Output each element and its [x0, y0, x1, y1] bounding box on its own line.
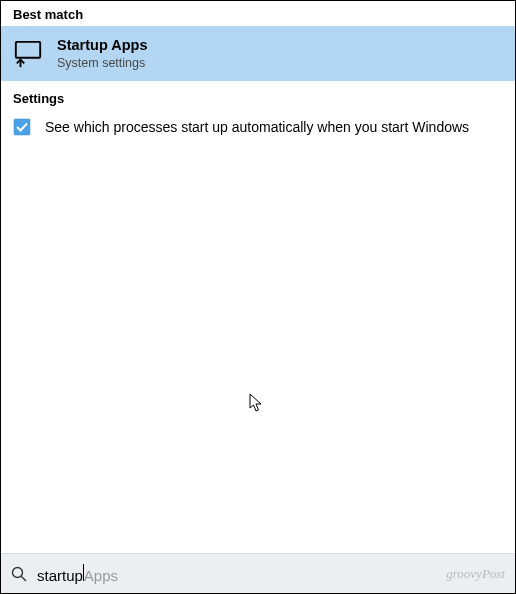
- search-bar[interactable]: startupApps groovyPost: [1, 553, 515, 593]
- settings-result-label: See which processes start up automatical…: [45, 119, 469, 135]
- search-suggestion-text: Apps: [84, 567, 118, 584]
- best-match-title: Startup Apps: [57, 36, 148, 55]
- start-search-panel: Best match Startup Apps System settings …: [0, 0, 516, 594]
- settings-result[interactable]: See which processes start up automatical…: [1, 110, 515, 144]
- mouse-cursor-icon: [249, 393, 263, 413]
- best-match-result[interactable]: Startup Apps System settings: [1, 26, 515, 81]
- svg-marker-3: [250, 394, 261, 411]
- search-typed-text: startup: [37, 567, 83, 584]
- best-match-text: Startup Apps System settings: [57, 36, 148, 71]
- watermark: groovyPost: [446, 566, 505, 582]
- best-match-subtitle: System settings: [57, 55, 148, 71]
- settings-checkbox-icon: [13, 118, 31, 136]
- svg-point-4: [13, 567, 23, 577]
- monitor-arrow-up-icon: [13, 39, 43, 69]
- best-match-header: Best match: [1, 1, 515, 26]
- svg-rect-2: [14, 119, 30, 135]
- search-input[interactable]: startupApps: [37, 564, 118, 584]
- svg-rect-0: [16, 41, 40, 57]
- svg-line-5: [21, 576, 26, 581]
- results-area: Best match Startup Apps System settings …: [1, 1, 515, 553]
- search-icon: [11, 566, 27, 582]
- settings-header: Settings: [1, 81, 515, 110]
